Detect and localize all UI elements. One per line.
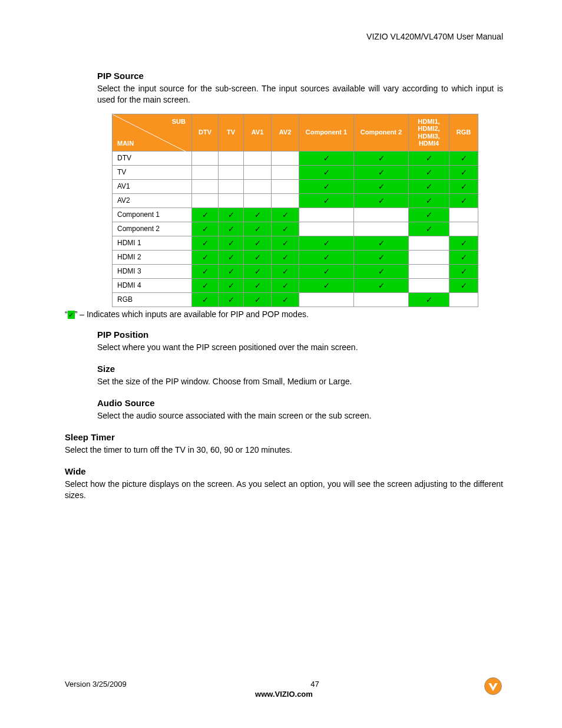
legend-suffix: ” – Indicates which inputs are available…	[75, 309, 309, 319]
table-cell: ✓	[272, 292, 299, 307]
table-cell: ✓	[354, 179, 409, 193]
table-row: HDMI 4✓✓✓✓✓✓✓	[113, 278, 478, 292]
table-cell: ✓	[409, 179, 449, 193]
table-row: Component 2✓✓✓✓✓	[113, 222, 478, 236]
text-audio-source: Select the audio source associated with …	[97, 410, 503, 421]
table-cell	[244, 151, 272, 165]
table-row: TV✓✓✓✓	[113, 165, 478, 179]
table-cell	[409, 278, 449, 292]
table-cell: ✓	[244, 236, 272, 250]
table-cell: ✓	[354, 151, 409, 165]
table-cell: ✓	[244, 222, 272, 236]
row-label: HDMI 2	[113, 250, 192, 264]
table-cell	[219, 165, 244, 179]
doc-title: VIZIO VL420M/VL470M User Manual	[65, 32, 503, 41]
table-cell: ✓	[299, 278, 354, 292]
table-cell	[299, 222, 354, 236]
table-cell: ✓	[299, 151, 354, 165]
table-cell	[244, 165, 272, 179]
table-cell	[409, 236, 449, 250]
footer-version: Version 3/25/2009	[65, 680, 127, 689]
table-cell	[449, 292, 478, 307]
table-cell: ✓	[354, 278, 409, 292]
row-label: AV1	[113, 179, 192, 193]
table-corner-cell: SUBMAIN	[113, 114, 192, 151]
row-label: Component 1	[113, 207, 192, 222]
table-cell: ✓	[219, 222, 244, 236]
text-pip-position: Select where you want the PIP screen pos…	[97, 342, 503, 353]
table-cell	[192, 165, 219, 179]
table-cell: ✓	[409, 151, 449, 165]
corner-sub-label: SUB	[172, 118, 186, 126]
table-row: HDMI 2✓✓✓✓✓✓✓	[113, 250, 478, 264]
table-cell: ✓	[272, 207, 299, 222]
table-cell	[272, 193, 299, 207]
table-cell: ✓	[219, 236, 244, 250]
table-cell: ✓	[192, 292, 219, 307]
table-row: AV2✓✓✓✓	[113, 193, 478, 207]
table-cell: ✓	[409, 165, 449, 179]
text-sleep-timer: Select the timer to turn off the TV in 3…	[65, 444, 503, 456]
heading-wide: Wide	[65, 466, 503, 476]
table-cell: ✓	[449, 236, 478, 250]
table-cell: ✓	[192, 278, 219, 292]
row-label: HDMI 4	[113, 278, 192, 292]
vizio-logo-icon	[483, 676, 503, 696]
row-label: RGB	[113, 292, 192, 307]
col-header: AV1	[244, 114, 272, 151]
table-cell: ✓	[244, 292, 272, 307]
table-cell: ✓	[449, 193, 478, 207]
table-cell	[354, 207, 409, 222]
table-cell: ✓	[272, 278, 299, 292]
heading-audio-source: Audio Source	[97, 398, 503, 408]
table-cell: ✓	[244, 278, 272, 292]
table-cell: ✓	[244, 250, 272, 264]
table-cell	[272, 179, 299, 193]
table-cell: ✓	[244, 207, 272, 222]
table-cell	[244, 179, 272, 193]
table-cell: ✓	[449, 165, 478, 179]
table-cell	[272, 151, 299, 165]
table-cell: ✓	[354, 236, 409, 250]
col-header: DTV	[192, 114, 219, 151]
table-cell: ✓	[299, 264, 354, 278]
row-label: AV2	[113, 193, 192, 207]
table-row: HDMI 1✓✓✓✓✓✓✓	[113, 236, 478, 250]
table-cell: ✓	[409, 207, 449, 222]
col-header: HDMI1,HDMI2,HDMI3,HDMI4	[409, 114, 449, 151]
table-cell	[354, 222, 409, 236]
table-cell	[449, 222, 478, 236]
table-cell	[299, 292, 354, 307]
table-cell: ✓	[219, 264, 244, 278]
table-cell: ✓	[299, 236, 354, 250]
table-cell: ✓	[299, 193, 354, 207]
table-cell: ✓	[219, 292, 244, 307]
table-cell: ✓	[272, 264, 299, 278]
text-wide: Select how the picture displays on the s…	[65, 479, 503, 501]
table-cell: ✓	[299, 250, 354, 264]
table-cell: ✓	[449, 278, 478, 292]
row-label: TV	[113, 165, 192, 179]
table-row: AV1✓✓✓✓	[113, 179, 478, 193]
row-label: Component 2	[113, 222, 192, 236]
table-cell: ✓	[449, 179, 478, 193]
table-cell: ✓	[192, 207, 219, 222]
table-cell: ✓	[449, 264, 478, 278]
table-cell: ✓	[299, 179, 354, 193]
table-cell	[219, 151, 244, 165]
col-header: AV2	[272, 114, 299, 151]
table-cell	[449, 207, 478, 222]
footer-page-number: 47	[65, 680, 503, 689]
table-cell	[192, 193, 219, 207]
table-cell	[354, 292, 409, 307]
table-cell	[244, 193, 272, 207]
table-cell: ✓	[449, 151, 478, 165]
table-cell: ✓	[219, 250, 244, 264]
text-size: Set the size of the PIP window. Choose f…	[97, 376, 503, 387]
table-cell	[219, 193, 244, 207]
heading-pip-position: PIP Position	[97, 330, 503, 340]
table-cell: ✓	[449, 250, 478, 264]
table-cell: ✓	[244, 264, 272, 278]
svg-point-1	[485, 678, 502, 695]
table-row: HDMI 3✓✓✓✓✓✓✓	[113, 264, 478, 278]
